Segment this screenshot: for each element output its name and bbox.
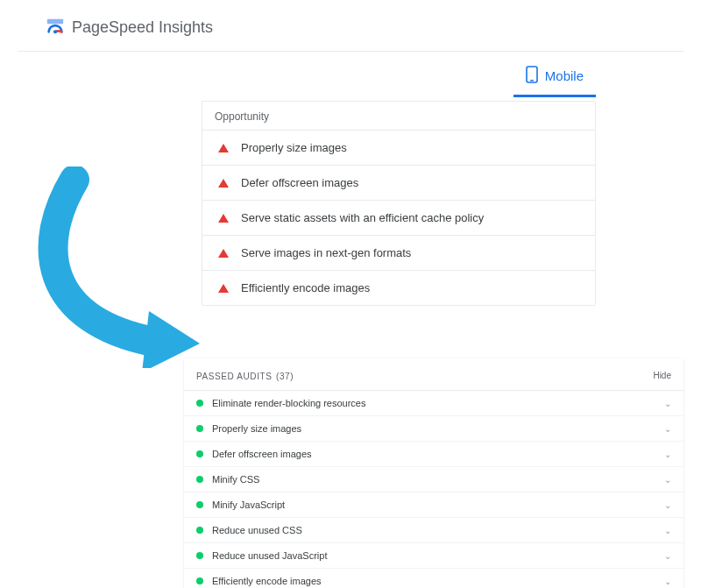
opportunity-section-label: Opportunity [202,102,595,131]
passed-audit-row[interactable]: Properly size images⌄ [184,416,683,442]
passed-section-label: PASSED AUDITS [196,372,273,381]
pass-dot-icon [196,476,203,483]
passed-audit-row[interactable]: Minify JavaScript⌄ [184,492,683,518]
opportunity-label: Serve images in next-gen formats [241,246,411,259]
opportunity-label: Efficiently encode images [241,281,370,294]
chevron-down-icon: ⌄ [664,526,671,535]
opportunity-panel: Opportunity Properly size imagesDefer of… [202,101,596,306]
pass-dot-icon [196,501,203,508]
passed-audit-label: Properly size images [212,423,301,434]
warning-triangle-icon [218,214,229,223]
warning-triangle-icon [218,249,229,258]
passed-audit-label: Reduce unused JavaScript [212,550,327,561]
warning-triangle-icon [218,284,229,293]
chevron-down-icon: ⌄ [664,450,671,459]
passed-audits-panel: PASSED AUDITS (37) Hide Eliminate render… [184,358,683,588]
opportunity-row[interactable]: Serve images in next-gen formats [202,236,595,271]
device-tabs: Mobile [0,52,701,97]
hide-toggle[interactable]: Hide [653,371,671,380]
chevron-down-icon: ⌄ [664,500,671,510]
passed-audit-row[interactable]: Eliminate render-blocking resources⌄ [184,391,683,416]
chevron-down-icon: ⌄ [664,475,671,485]
pass-dot-icon [196,577,203,584]
opportunity-row[interactable]: Efficiently encode images [202,271,595,305]
opportunity-label: Serve static assets with an efficient ca… [241,211,484,224]
opportunity-row[interactable]: Serve static assets with an efficient ca… [202,201,595,236]
chevron-down-icon: ⌄ [664,551,671,561]
pass-dot-icon [196,425,203,432]
passed-audit-row[interactable]: Reduce unused JavaScript⌄ [184,543,683,569]
passed-audits-header: PASSED AUDITS (37) Hide [184,358,683,391]
opportunity-label: Defer offscreen images [241,176,358,189]
passed-audit-label: Minify JavaScript [212,499,285,510]
app-title: PageSpeed Insights [72,18,213,37]
opportunity-row[interactable]: Defer offscreen images [202,166,595,201]
logo: PageSpeed Insights [46,16,213,39]
app-header: PageSpeed Insights [18,0,683,52]
pass-dot-icon [196,527,203,534]
passed-audit-row[interactable]: Defer offscreen images⌄ [184,442,683,467]
passed-audit-label: Eliminate render-blocking resources [212,398,365,408]
chevron-down-icon: ⌄ [664,424,671,434]
passed-audit-label: Reduce unused CSS [212,525,302,535]
tab-mobile[interactable]: Mobile [513,59,596,97]
passed-audit-label: Minify CSS [212,474,259,485]
warning-triangle-icon [218,179,229,188]
pass-dot-icon [196,400,203,407]
annotation-arrow [26,166,202,368]
chevron-down-icon: ⌄ [664,577,671,586]
passed-count: (37) [276,372,294,381]
passed-audit-row[interactable]: Efficiently encode images⌄ [184,569,683,588]
opportunity-label: Properly size images [241,141,347,154]
svg-rect-0 [47,19,63,25]
tab-mobile-label: Mobile [545,68,584,83]
opportunity-row[interactable]: Properly size images [202,131,595,166]
mobile-icon [526,66,538,86]
pass-dot-icon [196,552,203,559]
pass-dot-icon [196,450,203,457]
passed-audit-label: Defer offscreen images [212,449,312,459]
svg-point-1 [53,30,57,33]
pagespeed-icon [46,16,65,39]
passed-audit-label: Efficiently encode images [212,576,322,586]
chevron-down-icon: ⌄ [664,399,671,408]
passed-audit-row[interactable]: Minify CSS⌄ [184,467,683,492]
svg-rect-3 [530,80,534,81]
passed-audit-row[interactable]: Reduce unused CSS⌄ [184,518,683,543]
warning-triangle-icon [218,144,229,152]
